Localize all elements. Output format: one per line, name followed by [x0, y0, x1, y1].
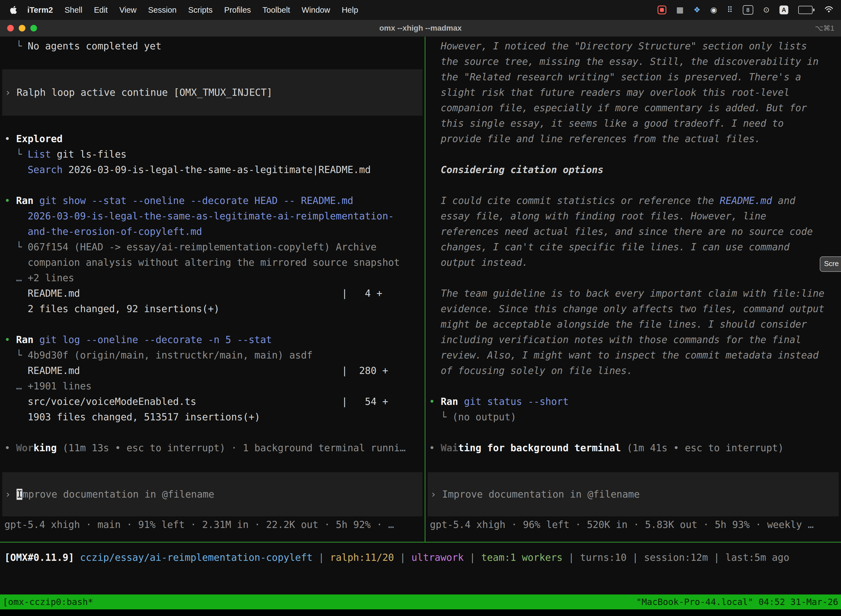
tmux-window-name[interactable]: [omx-cczip0:bash* — [3, 594, 93, 609]
terminal-line: companion analysis without altering the … — [4, 255, 425, 270]
terminal-line — [429, 270, 841, 286]
menu-item-help[interactable]: Help — [341, 6, 358, 15]
terminal-line: the source tree, missing the essay. Stil… — [429, 54, 841, 69]
terminal-line — [429, 147, 841, 162]
terminal-line: of focusing solely on file lines. — [429, 363, 841, 378]
terminal-line: • Working (11m 13s • esc to interrupt) ·… — [4, 440, 425, 456]
right-pane-output: However, I noticed the "Directory Struct… — [429, 38, 841, 456]
terminal-line: README.md | 280 + — [4, 363, 425, 378]
close-button[interactable] — [7, 25, 14, 31]
terminal-line: • Waiting for background terminal (1m 41… — [429, 440, 841, 456]
menu-items: iTerm2ShellEditViewSessionScriptsProfile… — [22, 6, 364, 15]
terminal-line: › Improve documentation in @filename — [431, 487, 836, 502]
menu-item-scripts[interactable]: Scripts — [188, 6, 213, 15]
menu-item-window[interactable]: Window — [302, 6, 330, 15]
dots-grid-icon[interactable]: ⠿ — [727, 6, 733, 14]
menu-item-iterm2[interactable]: iTerm2 — [27, 6, 53, 15]
terminal-line: output instead. — [429, 255, 841, 270]
menubar: iTerm2ShellEditViewSessionScriptsProfile… — [0, 0, 841, 20]
terminal-line: 2 files changed, 92 insertions(+) — [4, 301, 425, 317]
terminal-line: src/voice/voiceModeEnabled.ts | 54 + — [4, 394, 425, 409]
terminal-line — [4, 177, 425, 193]
omx-session-status: [OMX#0.11.9] cczip/essay/ai-reimplementa… — [0, 543, 841, 594]
terminal-line: … +1901 lines — [4, 378, 425, 394]
menu-item-shell[interactable]: Shell — [64, 6, 82, 15]
terminal-line: review. Also, I might want to inspect th… — [429, 348, 841, 363]
terminal-line: the "Related research writing" section i… — [429, 69, 841, 85]
terminal-line: • Explored — [4, 131, 425, 147]
screen-capture-button[interactable]: Scre — [820, 257, 841, 272]
terminal-line: • Ran git show --stat --oneline --decora… — [4, 193, 425, 208]
terminal-line — [4, 317, 425, 332]
window-titlebar: omx --xhigh --madmax ⌥⌘1 — [0, 20, 841, 37]
desktop: iTerm2ShellEditViewSessionScriptsProfile… — [0, 0, 841, 616]
terminal-line: Search 2026-03-09-is-legal-the-same-as-l… — [4, 162, 425, 177]
terminal-line: including verification notes with those … — [429, 332, 841, 348]
tmux-host-clock: "MacBook-Pro-44.local" 04:52 31-Mar-26 — [636, 594, 838, 609]
terminal-line: slight risk that future readers may over… — [429, 85, 841, 100]
terminal-line: Considering citation options — [429, 162, 841, 177]
input-source-icon[interactable]: A — [779, 6, 788, 14]
terminal-line: However, I noticed the "Directory Struct… — [429, 38, 841, 54]
terminal-line: › Ralph loop active continue [OMX_TMUX_I… — [5, 85, 420, 100]
menu-item-toolbelt[interactable]: Toolbelt — [262, 6, 290, 15]
blue-app-icon[interactable]: ❖ — [693, 6, 700, 14]
terminal-line: essay file, along with finding root file… — [429, 208, 841, 224]
ring-app-icon[interactable]: ⊙ — [763, 6, 769, 14]
apple-menu-icon[interactable] — [9, 5, 18, 15]
terminal-line: The team guideline is to back every impo… — [429, 286, 841, 301]
zoom-button[interactable] — [30, 25, 37, 31]
terminal-area: └ No agents completed yet› Ralph loop ac… — [0, 37, 841, 542]
right-prompt-input[interactable]: › Improve documentation in @filename — [428, 472, 839, 516]
terminal-line: └ List git ls-files — [4, 147, 425, 162]
terminal-line: 1903 files changed, 513517 insertions(+) — [4, 409, 425, 425]
terminal-line: └ 067f154 (HEAD -> essay/ai-reimplementa… — [4, 239, 425, 255]
terminal-line: companion file, especially if more comme… — [429, 100, 841, 116]
terminal-line — [4, 54, 425, 69]
terminal-line: references need actual files, and since … — [429, 224, 841, 239]
minimize-button[interactable] — [19, 25, 25, 31]
terminal-line: evidence. Since this change only affects… — [429, 301, 841, 317]
terminal-line: 2026-03-09-is-legal-the-same-as-legitima… — [4, 208, 425, 224]
terminal-line — [429, 378, 841, 394]
left-model-status-line: gpt-5.4 xhigh · main · 91% left · 2.31M … — [4, 517, 423, 532]
grid-app-icon[interactable]: ▦ — [676, 6, 683, 14]
right-model-status-line: gpt-5.4 xhigh · 96% left · 520K in · 5.8… — [430, 517, 840, 532]
wifi-icon[interactable] — [825, 6, 833, 15]
terminal-line: provide file and line references from th… — [429, 131, 841, 147]
terminal-line: └ 4b9d30f (origin/main, instructkr/main,… — [4, 348, 425, 363]
screen-recording-icon[interactable] — [658, 6, 666, 14]
menu-item-session[interactable]: Session — [148, 6, 177, 15]
terminal-line: └ (no output) — [429, 409, 841, 425]
terminal-line: • Ran git status --short — [429, 394, 841, 409]
battery-icon[interactable]: 61 — [798, 6, 815, 14]
terminal-line: README.md | 4 + — [4, 286, 425, 301]
left-terminal-pane[interactable]: └ No agents completed yet› Ralph loop ac… — [0, 37, 425, 542]
left-prompt-input[interactable]: › Improve documentation in @filename — [2, 472, 422, 516]
window-shortcut-badge: ⌥⌘1 — [815, 20, 834, 37]
terminal-line: and-the-erosion-of-copyleft.md — [4, 224, 425, 239]
dark-circle-app-icon[interactable]: ◉ — [711, 6, 717, 14]
left-pane-output: └ No agents completed yet› Ralph loop ac… — [4, 38, 425, 456]
terminal-line: └ No agents completed yet — [4, 38, 425, 54]
terminal-line: I could cite commit statistics or refere… — [429, 193, 841, 208]
terminal-line: • Ran git log --oneline --decorate -n 5 … — [4, 332, 425, 348]
terminal-line: changes, I can't cite specific file line… — [429, 239, 841, 255]
menu-item-profiles[interactable]: Profiles — [224, 6, 251, 15]
tmux-status-bar: [omx-cczip0:bash* "MacBook-Pro-44.local"… — [0, 594, 841, 609]
terminal-line — [429, 425, 841, 440]
menu-item-edit[interactable]: Edit — [94, 6, 108, 15]
terminal-line — [429, 177, 841, 193]
terminal-line: might be acceptable alongside the file l… — [429, 317, 841, 332]
terminal-line — [4, 425, 425, 440]
menubar-status-icons: ▦ ❖ ◉ ⠿ 8 ⊙ A 61 — [658, 5, 833, 15]
right-terminal-pane[interactable]: However, I noticed the "Directory Struct… — [425, 37, 841, 542]
terminal-line: this single essay, it seems like a good … — [429, 116, 841, 131]
menu-item-view[interactable]: View — [119, 6, 136, 15]
inject-prompt-box: › Ralph loop active continue [OMX_TMUX_I… — [2, 69, 422, 116]
terminal-line: [OMX#0.11.9] cczip/essay/ai-reimplementa… — [4, 550, 841, 565]
terminal-line: … +2 lines — [4, 270, 425, 286]
window-title: omx --xhigh --madmax — [379, 20, 462, 37]
terminal-line — [4, 116, 425, 131]
number-key-icon[interactable]: 8 — [743, 5, 753, 15]
